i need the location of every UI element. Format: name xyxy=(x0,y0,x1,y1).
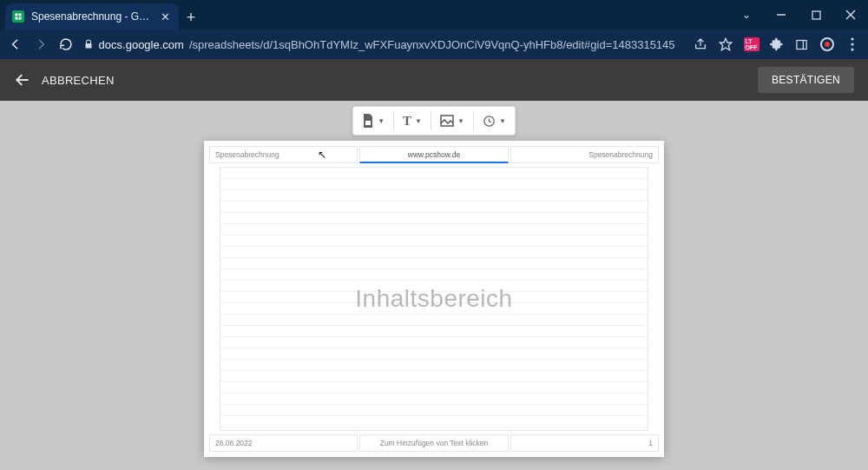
chevron-down-icon: ▼ xyxy=(378,117,385,125)
clock-icon xyxy=(483,115,496,128)
svg-rect-5 xyxy=(812,11,820,19)
tab-title: Spesenabrechnung - Google Tab xyxy=(31,10,154,23)
bookmark-icon[interactable] xyxy=(718,35,734,54)
arrow-left-icon xyxy=(14,71,31,89)
footer-center-cell[interactable]: Zum Hinzufügen von Text klicken xyxy=(359,434,508,452)
extension-lt-icon[interactable]: OFF xyxy=(743,35,760,54)
minimize-button[interactable] xyxy=(764,2,799,28)
extensions-icon[interactable] xyxy=(768,35,785,54)
chevron-down-icon: ▼ xyxy=(499,117,506,125)
confirm-button[interactable]: BESTÄTIGEN xyxy=(758,67,854,93)
toolbar-layout-button[interactable]: ▼ xyxy=(353,107,393,135)
print-toolbar: ▼ T ▼ ▼ ▼ xyxy=(352,106,516,136)
svg-point-13 xyxy=(852,48,854,50)
url-domain: docs.google.com xyxy=(99,38,184,51)
svg-rect-15 xyxy=(365,121,371,125)
ext-badge-label: OFF xyxy=(744,37,760,51)
chevron-down-icon: ▼ xyxy=(415,117,422,125)
svg-point-12 xyxy=(852,43,854,45)
svg-rect-3 xyxy=(17,14,18,20)
cancel-label: ABBRECHEN xyxy=(42,74,115,87)
maximize-button[interactable] xyxy=(799,2,833,28)
browser-titlebar: Spesenabrechnung - Google Tab ✕ + ⌄ xyxy=(0,0,868,30)
footer-row: 26.06.2022 Zum Hinzufügen von Text klick… xyxy=(209,434,659,452)
new-tab-button[interactable]: + xyxy=(179,5,203,30)
header-center-cell[interactable]: www.pcshow.de xyxy=(359,146,508,163)
confirm-label: BESTÄTIGEN xyxy=(772,74,840,86)
tabs-dropdown-icon[interactable]: ⌄ xyxy=(729,2,764,28)
app-actionbar: ABBRECHEN BESTÄTIGEN xyxy=(0,59,868,101)
sheets-icon xyxy=(12,10,24,23)
toolbar-image-button[interactable]: ▼ xyxy=(431,107,473,135)
image-icon xyxy=(440,115,454,127)
toolbar-text-button[interactable]: T ▼ xyxy=(394,107,431,135)
reload-button[interactable] xyxy=(57,35,74,54)
share-icon[interactable] xyxy=(693,35,709,54)
nav-back-button[interactable] xyxy=(7,35,23,54)
content-grid[interactable]: Inhaltsbereich xyxy=(220,167,648,431)
toolbar-date-button[interactable]: ▼ xyxy=(474,107,515,135)
header-row: Spesenabrechnung www.pcshow.de Spesenabr… xyxy=(209,146,659,163)
header-left-text: Spesenabrechnung xyxy=(215,150,279,159)
header-left-cell[interactable]: Spesenabrechnung xyxy=(209,146,358,163)
window-close-button[interactable] xyxy=(833,2,868,28)
page-icon xyxy=(362,114,374,128)
window-controls: ⌄ xyxy=(729,0,868,30)
footer-center-text: Zum Hinzufügen von Text klicken xyxy=(380,439,489,447)
address-bar[interactable]: docs.google.com/spreadsheets/d/1sqBhOhTd… xyxy=(83,38,675,51)
close-icon[interactable]: ✕ xyxy=(161,10,170,23)
footer-left-cell[interactable]: 26.06.2022 xyxy=(209,434,358,452)
svg-marker-8 xyxy=(720,38,732,50)
side-panel-icon[interactable] xyxy=(793,35,810,54)
record-icon[interactable] xyxy=(819,35,836,54)
document-page: Spesenabrechnung www.pcshow.de Spesenabr… xyxy=(204,141,664,457)
footer-date: 26.06.2022 xyxy=(215,439,253,447)
content-placeholder: Inhaltsbereich xyxy=(355,285,512,313)
header-right-text: Spesenabrechnung xyxy=(589,150,653,159)
footer-page-number: 1 xyxy=(648,439,653,447)
header-right-cell[interactable]: Spesenabrechnung xyxy=(510,146,659,163)
browser-tab[interactable]: Spesenabrechnung - Google Tab ✕ xyxy=(5,3,179,30)
browser-menu-icon[interactable] xyxy=(845,35,861,54)
lock-icon xyxy=(83,39,94,50)
url-path: /spreadsheets/d/1sqBhOhTdYMIz_wFXFuaynxv… xyxy=(189,38,675,51)
nav-forward-button[interactable] xyxy=(32,35,49,54)
cancel-button[interactable]: ABBRECHEN xyxy=(14,71,115,89)
footer-right-cell[interactable]: 1 xyxy=(510,434,659,452)
chevron-down-icon: ▼ xyxy=(457,117,464,125)
workspace: ▼ T ▼ ▼ ▼ Spesenabrechnung www.pcshow.de… xyxy=(0,101,868,470)
text-icon: T xyxy=(403,114,411,129)
svg-rect-9 xyxy=(797,40,806,49)
svg-point-11 xyxy=(852,37,854,40)
header-center-text: www.pcshow.de xyxy=(408,150,460,159)
browser-urlbar: docs.google.com/spreadsheets/d/1sqBhOhTd… xyxy=(0,30,868,59)
